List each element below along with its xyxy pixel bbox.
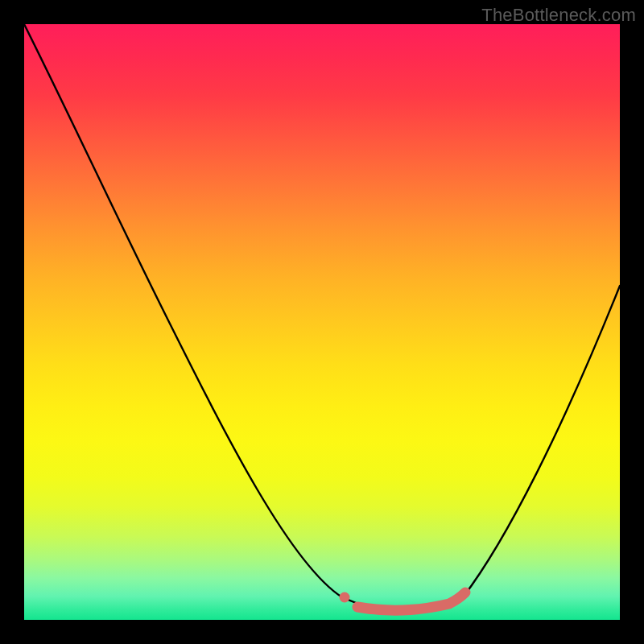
- marker-band: [357, 592, 465, 610]
- bottleneck-curve: [24, 24, 620, 610]
- watermark-text: TheBottleneck.com: [481, 5, 636, 26]
- marker-dot: [340, 592, 350, 603]
- plot-area: [24, 24, 620, 620]
- chart-container: TheBottleneck.com: [0, 0, 644, 644]
- curve-overlay: [24, 24, 620, 620]
